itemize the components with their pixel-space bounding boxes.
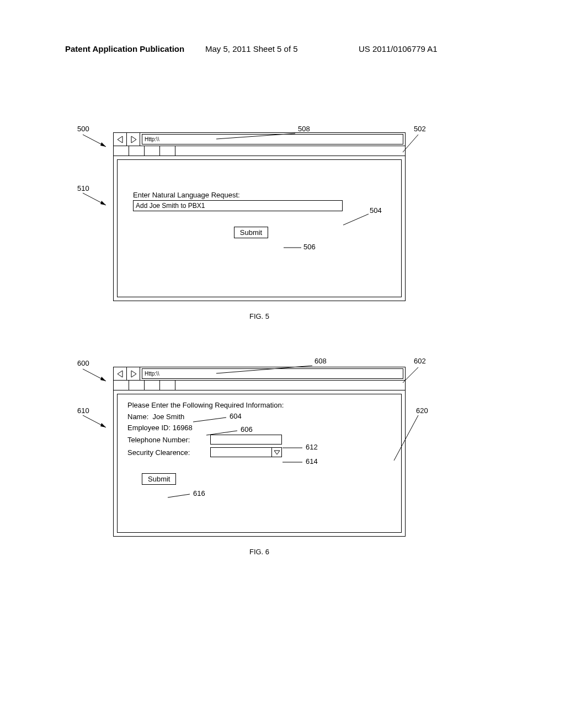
- content-area: Enter Natural Language Request: Add Joe …: [117, 159, 402, 297]
- ref-500: 500: [77, 125, 89, 133]
- pub-number: US 2011/0106779 A1: [359, 44, 438, 53]
- figure-5: 500 502 508 510 504 506 Http:\\: [77, 132, 430, 320]
- pub-type: Patent Application Publication: [65, 44, 184, 53]
- svg-marker-11: [100, 377, 106, 381]
- security-label: Security Clearence:: [127, 448, 210, 457]
- ref-608: 608: [315, 357, 327, 365]
- tab-row: [114, 146, 405, 156]
- forward-icon: [130, 370, 137, 378]
- submit-button[interactable]: Submit: [234, 227, 268, 238]
- leader-610: [82, 414, 109, 431]
- chevron-down-icon: [271, 448, 281, 457]
- telephone-label: Telephone Number:: [127, 436, 210, 444]
- browser-window: Http:\\ Enter Natural Language Request: …: [113, 132, 406, 301]
- content-area: Please Enter the Following Required Info…: [117, 394, 402, 533]
- svg-marker-8: [118, 136, 122, 143]
- back-icon: [116, 136, 124, 143]
- leader-510: [82, 192, 109, 208]
- tab[interactable]: [114, 146, 129, 156]
- security-select[interactable]: [210, 447, 282, 457]
- telephone-row: Telephone Number:: [127, 435, 391, 445]
- tab[interactable]: [129, 146, 145, 156]
- figure-5-caption: FIG. 5: [113, 312, 406, 320]
- back-button[interactable]: [114, 367, 127, 380]
- employee-id-label: Employee ID:: [127, 424, 170, 432]
- form-heading: Please Enter the Following Required Info…: [127, 401, 391, 409]
- svg-marker-5: [100, 201, 106, 205]
- forward-icon: [130, 136, 137, 143]
- nl-request-value: Add Joe Smith to PBX1: [136, 202, 205, 210]
- employee-id-value: 16968: [173, 424, 193, 432]
- svg-marker-24: [274, 451, 280, 454]
- url-text: Http:\\: [145, 136, 159, 142]
- tab[interactable]: [160, 146, 175, 156]
- browser-toolbar: Http:\\: [114, 367, 405, 381]
- security-row: Security Clearence:: [127, 447, 391, 457]
- name-row: Name: Joe Smith: [127, 413, 391, 421]
- nl-prompt-label: Enter Natural Language Request:: [133, 191, 386, 199]
- svg-marker-1: [100, 142, 106, 147]
- ref-508: 508: [298, 125, 310, 133]
- tab[interactable]: [114, 381, 129, 390]
- svg-marker-22: [118, 371, 122, 377]
- ref-510: 510: [77, 184, 89, 192]
- name-label: Name:: [127, 413, 148, 421]
- ref-610: 610: [77, 406, 89, 415]
- ref-502: 502: [414, 125, 426, 133]
- forward-button[interactable]: [127, 133, 140, 146]
- tab[interactable]: [129, 381, 145, 390]
- forward-button[interactable]: [127, 367, 140, 380]
- ref-620: 620: [416, 406, 428, 415]
- browser-window: Http:\\ Please Enter the Following Requi…: [113, 367, 406, 537]
- ref-600: 600: [77, 359, 89, 367]
- svg-marker-23: [131, 371, 136, 377]
- figure-6: 600 602 608 610 620 604 606 612 614 616: [77, 367, 430, 556]
- url-bar[interactable]: Http:\\: [142, 134, 403, 144]
- submit-button[interactable]: Submit: [142, 473, 176, 485]
- url-text: Http:\\: [145, 371, 159, 377]
- content-outer: Please Enter the Following Required Info…: [114, 390, 405, 536]
- nl-request-input[interactable]: Add Joe Smith to PBX1: [133, 200, 343, 211]
- name-value: Joe Smith: [153, 413, 185, 421]
- tab-row: [114, 381, 405, 390]
- tab[interactable]: [145, 146, 160, 156]
- browser-toolbar: Http:\\: [114, 133, 405, 146]
- leader-600: [82, 368, 109, 384]
- back-icon: [116, 370, 124, 378]
- svg-marker-9: [131, 136, 136, 143]
- tab[interactable]: [160, 381, 175, 390]
- ref-602: 602: [414, 357, 426, 365]
- telephone-input[interactable]: [210, 435, 282, 445]
- tab[interactable]: [145, 381, 160, 390]
- leader-500: [82, 133, 109, 150]
- content-outer: Enter Natural Language Request: Add Joe …: [114, 156, 405, 301]
- figure-6-caption: FIG. 6: [113, 548, 406, 556]
- url-bar[interactable]: Http:\\: [142, 368, 403, 379]
- employee-row: Employee ID: 16968: [127, 424, 391, 432]
- pub-date-sheet: May 5, 2011 Sheet 5 of 5: [205, 44, 298, 53]
- svg-marker-15: [100, 423, 106, 427]
- back-button[interactable]: [114, 133, 127, 146]
